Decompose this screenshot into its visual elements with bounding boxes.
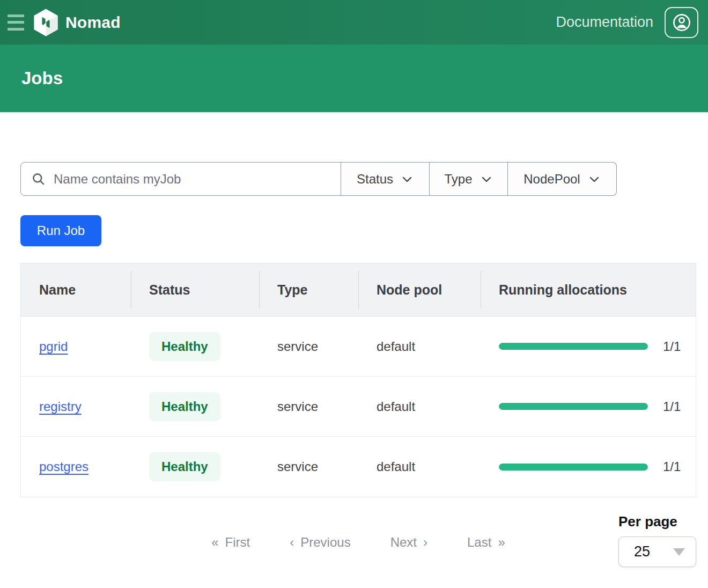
per-page-label: Per page (618, 513, 696, 530)
column-header-node-pool: Node pool (358, 263, 481, 316)
nodepool-filter-label: NodePool (523, 172, 580, 187)
search-input[interactable] (54, 172, 332, 187)
allocation-progress-bar (499, 343, 648, 350)
nodepool-filter-dropdown[interactable]: NodePool (508, 162, 617, 196)
pagination-last-label: Last (467, 535, 491, 550)
node-pool-cell: default (358, 459, 481, 474)
column-header-status: Status (131, 263, 259, 316)
node-pool-cell: default (358, 399, 481, 414)
status-badge: Healthy (149, 392, 220, 421)
allocation-progress-bar (499, 464, 648, 471)
job-name-link[interactable]: registry (39, 399, 82, 414)
chevron-right-icon: › (423, 535, 427, 550)
running-allocations-cell: 1/1 (481, 339, 696, 354)
pagination-first-label: First (225, 535, 250, 550)
per-page-select[interactable]: 25 (618, 536, 696, 567)
user-menu-button[interactable] (665, 7, 698, 38)
status-filter-label: Status (357, 172, 393, 187)
allocation-fraction: 1/1 (663, 399, 681, 414)
search-icon (31, 172, 46, 186)
chevron-down-icon (401, 173, 414, 186)
job-name-link[interactable]: pgrid (39, 339, 68, 354)
pagination-next-button[interactable]: Next › (390, 535, 427, 550)
menu-icon[interactable] (8, 14, 26, 31)
caret-down-icon (673, 548, 685, 556)
node-pool-cell: default (358, 339, 481, 354)
job-type-cell: service (259, 399, 358, 414)
chevron-down-icon (588, 173, 601, 186)
double-chevron-right-icon: » (498, 535, 505, 550)
status-filter-dropdown[interactable]: Status (341, 162, 430, 196)
table-row: registry Healthy service default 1/1 (21, 377, 696, 437)
table-header-row: Name Status Type Node pool Running alloc… (21, 263, 696, 317)
pagination-previous-button[interactable]: ‹ Previous (290, 535, 350, 550)
user-icon (672, 12, 692, 33)
documentation-link[interactable]: Documentation (556, 14, 653, 31)
column-header-name: Name (21, 263, 131, 316)
status-badge: Healthy (149, 452, 220, 481)
chevron-down-icon (480, 173, 493, 186)
top-nav: Nomad Documentation (0, 0, 708, 45)
allocation-fraction: 1/1 (663, 339, 681, 354)
jobs-table: Name Status Type Node pool Running alloc… (20, 263, 696, 497)
chevron-left-icon: ‹ (290, 535, 294, 550)
allocation-fraction: 1/1 (663, 459, 681, 474)
running-allocations-cell: 1/1 (481, 399, 696, 414)
footer: « First ‹ Previous Next › Last » Per pag… (0, 497, 708, 588)
pagination: « First ‹ Previous Next › Last » (20, 535, 696, 550)
per-page-control: Per page 25 (618, 513, 696, 567)
brand-title: Nomad (65, 13, 121, 32)
main-content: Status Type NodePool Run Job Name Status… (0, 162, 708, 497)
status-badge: Healthy (149, 332, 220, 361)
search-input-wrapper[interactable] (20, 162, 341, 196)
nomad-logo-icon (33, 9, 58, 36)
allocation-progress-bar (499, 403, 648, 410)
job-type-cell: service (259, 459, 358, 474)
type-filter-label: Type (444, 172, 472, 187)
pagination-next-label: Next (390, 535, 417, 550)
page-header: Jobs (0, 45, 708, 112)
run-job-button[interactable]: Run Job (20, 215, 101, 246)
table-row: postgres Healthy service default 1/1 (21, 437, 696, 497)
double-chevron-left-icon: « (211, 535, 218, 550)
column-header-type: Type (259, 263, 358, 316)
type-filter-dropdown[interactable]: Type (430, 162, 508, 196)
pagination-first-button[interactable]: « First (211, 535, 250, 550)
filter-bar: Status Type NodePool (20, 162, 617, 196)
pagination-last-button[interactable]: Last » (467, 535, 505, 550)
table-row: pgrid Healthy service default 1/1 (21, 317, 696, 377)
running-allocations-cell: 1/1 (481, 459, 696, 474)
per-page-value: 25 (634, 543, 650, 560)
page-title: Jobs (21, 68, 63, 89)
pagination-previous-label: Previous (300, 535, 350, 550)
column-header-running-allocations: Running allocations (481, 263, 696, 316)
job-type-cell: service (259, 339, 358, 354)
job-name-link[interactable]: postgres (39, 459, 88, 474)
